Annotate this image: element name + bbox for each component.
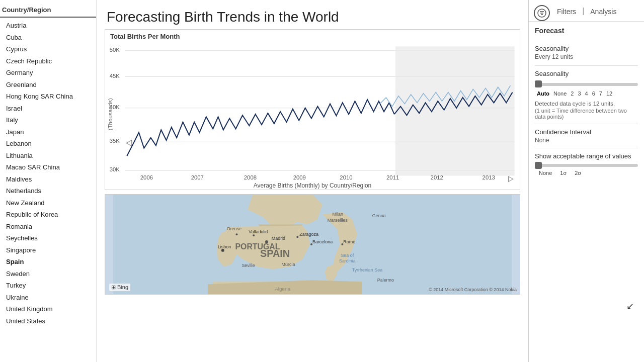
sidebar-item-cuba[interactable]: Cuba bbox=[0, 32, 96, 44]
sidebar-item-hong-kong-sar-china[interactable]: Hong Kong SAR China bbox=[0, 90, 96, 103]
sidebar-item-japan[interactable]: Japan bbox=[0, 126, 96, 138]
svg-text:Orense: Orense bbox=[227, 226, 242, 231]
chart-title: Total Births Per Month bbox=[105, 30, 520, 41]
sidebar-item-united-states[interactable]: United States bbox=[0, 315, 96, 327]
svg-text:Algeria: Algeria bbox=[275, 286, 290, 292]
sidebar-item-romania[interactable]: Romania bbox=[0, 221, 96, 233]
svg-point-26 bbox=[253, 234, 255, 236]
map-svg: Algeria Madrid Valladolid Zaragoza Barce… bbox=[105, 195, 520, 294]
chart-area: 50K 45K 40K 35K 30K (Thousands) 2006 200… bbox=[105, 41, 520, 182]
season-opt-12[interactable]: 12 bbox=[604, 90, 614, 97]
ci-value: None bbox=[535, 137, 638, 144]
svg-text:50K: 50K bbox=[110, 47, 120, 53]
sidebar-item-united-kingdom[interactable]: United Kingdom bbox=[0, 303, 96, 315]
svg-text:35K: 35K bbox=[110, 138, 120, 144]
sidebar-item-macao-sar-china[interactable]: Macao SAR China bbox=[0, 161, 96, 173]
svg-text:2011: 2011 bbox=[386, 174, 399, 180]
sidebar-item-sweden[interactable]: Sweden bbox=[0, 268, 96, 280]
svg-text:2013: 2013 bbox=[482, 174, 495, 180]
svg-text:Marseilles: Marseilles bbox=[328, 218, 348, 223]
season-opt-4[interactable]: 4 bbox=[583, 90, 590, 97]
sidebar-item-czech-republic[interactable]: Czech Republic bbox=[0, 55, 96, 67]
map-copyright: © 2014 Microsoft Corporation © 2014 Noki… bbox=[429, 287, 517, 292]
svg-rect-11 bbox=[395, 46, 515, 175]
seasonality2-label: Seasonality bbox=[535, 70, 638, 77]
sidebar-item-spain[interactable]: Spain bbox=[0, 256, 96, 268]
main-content: Forecasting Birth Trends in the World To… bbox=[97, 0, 528, 362]
sidebar-item-netherlands[interactable]: Netherlands bbox=[0, 185, 96, 197]
chart-bottom-label: Average Births (Monthly) by Country/Regi… bbox=[105, 182, 520, 191]
svg-point-29 bbox=[296, 236, 298, 238]
sidebar-item-maldives[interactable]: Maldives bbox=[0, 173, 96, 186]
filter-icon[interactable] bbox=[534, 5, 550, 21]
sidebar-item-turkey[interactable]: Turkey bbox=[0, 280, 96, 292]
season-opt-3[interactable]: 3 bbox=[576, 90, 583, 97]
svg-text:Zaragoza: Zaragoza bbox=[299, 232, 318, 237]
svg-text:Sardinia: Sardinia bbox=[339, 258, 356, 263]
chart-svg: 50K 45K 40K 35K 30K (Thousands) 2006 200… bbox=[105, 41, 520, 182]
svg-text:(Thousands): (Thousands) bbox=[107, 98, 113, 130]
seasonality-options: Auto None 2 3 4 6 7 12 bbox=[535, 90, 638, 97]
seasonality-slider-row: Auto None 2 3 4 6 7 12 bbox=[535, 78, 638, 97]
sidebar-item-israel[interactable]: Israel bbox=[0, 103, 96, 115]
svg-text:Sea of: Sea of bbox=[341, 253, 354, 258]
sidebar-items-list: AustriaCubaCyprusCzech RepublicGermanyGr… bbox=[0, 20, 96, 327]
season-opt-auto[interactable]: Auto bbox=[535, 90, 551, 97]
svg-text:Madrid: Madrid bbox=[272, 236, 285, 241]
sidebar-item-greenland[interactable]: Greenland bbox=[0, 79, 96, 91]
svg-text:Barcelona: Barcelona bbox=[312, 239, 333, 244]
sidebar-item-ukraine[interactable]: Ukraine bbox=[0, 292, 96, 304]
sidebar-item-seychelles[interactable]: Seychelles bbox=[0, 232, 96, 244]
ci-label: Confidence Interval bbox=[535, 128, 638, 136]
sigma-2[interactable]: 2σ bbox=[571, 170, 585, 176]
right-panel: Filters | Analysis Forecast Seasonality … bbox=[528, 0, 644, 362]
forecast-section: Seasonality Every 12 units Seasonality A… bbox=[529, 40, 644, 181]
tab-filters[interactable]: Filters bbox=[554, 6, 579, 21]
svg-text:Palermo: Palermo bbox=[377, 278, 394, 283]
season-opt-6[interactable]: 6 bbox=[590, 90, 597, 97]
svg-text:2009: 2009 bbox=[293, 174, 306, 180]
panel-tabs: Filters | Analysis bbox=[529, 0, 644, 22]
sidebar-item-new-zealand[interactable]: New Zealand bbox=[0, 197, 96, 209]
svg-text:2007: 2007 bbox=[191, 174, 204, 180]
svg-text:Rome: Rome bbox=[343, 239, 355, 244]
cursor-indicator: ↙ bbox=[626, 301, 634, 312]
season-opt-7[interactable]: 7 bbox=[597, 90, 604, 97]
detected-note2: (1 unit = Time difference between two da… bbox=[535, 108, 638, 120]
svg-text:2012: 2012 bbox=[431, 174, 443, 180]
sidebar-item-cyprus[interactable]: Cyprus bbox=[0, 43, 96, 55]
season-opt-none[interactable]: None bbox=[551, 90, 569, 97]
svg-text:2010: 2010 bbox=[340, 174, 352, 180]
show-range-label: Show acceptable range of values bbox=[535, 152, 638, 160]
sidebar-item-singapore[interactable]: Singapore bbox=[0, 244, 96, 256]
sidebar-item-republic-of-korea[interactable]: Republic of Korea bbox=[0, 209, 96, 221]
svg-point-28 bbox=[236, 233, 238, 235]
sigma-options: None 1σ 2σ bbox=[535, 170, 638, 176]
country-sidebar: Country/Region AustriaCubaCyprusCzech Re… bbox=[0, 0, 97, 362]
sidebar-header: Country/Region bbox=[0, 4, 96, 18]
sidebar-item-lithuania[interactable]: Lithuania bbox=[0, 150, 96, 162]
svg-text:Genoa: Genoa bbox=[372, 213, 386, 218]
svg-text:30K: 30K bbox=[110, 166, 120, 172]
bing-logo: ⊞ Bing bbox=[109, 284, 130, 291]
map-container: Algeria Madrid Valladolid Zaragoza Barce… bbox=[105, 194, 520, 295]
svg-text:Valladolid: Valladolid bbox=[249, 229, 268, 234]
sigma-none[interactable]: None bbox=[535, 170, 556, 176]
chart-container: Total Births Per Month 50K 45K 40K 35K 3… bbox=[105, 29, 520, 190]
sidebar-item-lebanon[interactable]: Lebanon bbox=[0, 138, 96, 150]
sidebar-item-italy[interactable]: Italy bbox=[0, 114, 96, 126]
svg-text:2006: 2006 bbox=[140, 174, 153, 180]
svg-text:▷: ▷ bbox=[508, 174, 514, 182]
page-title: Forecasting Birth Trends in the World bbox=[97, 0, 528, 29]
sigma-1[interactable]: 1σ bbox=[556, 170, 571, 176]
svg-text:Lisbon: Lisbon bbox=[218, 244, 231, 249]
seasonality-value: Every 12 units bbox=[535, 53, 638, 60]
svg-text:2008: 2008 bbox=[244, 174, 257, 180]
detected-note1: Detected data cycle is 12 units. bbox=[535, 101, 638, 107]
tab-analysis[interactable]: Analysis bbox=[587, 6, 619, 21]
svg-text:Murcia: Murcia bbox=[282, 262, 295, 267]
sidebar-item-germany[interactable]: Germany bbox=[0, 67, 96, 79]
sidebar-item-austria[interactable]: Austria bbox=[0, 20, 96, 32]
svg-text:45K: 45K bbox=[110, 73, 120, 79]
season-opt-2[interactable]: 2 bbox=[569, 90, 576, 97]
